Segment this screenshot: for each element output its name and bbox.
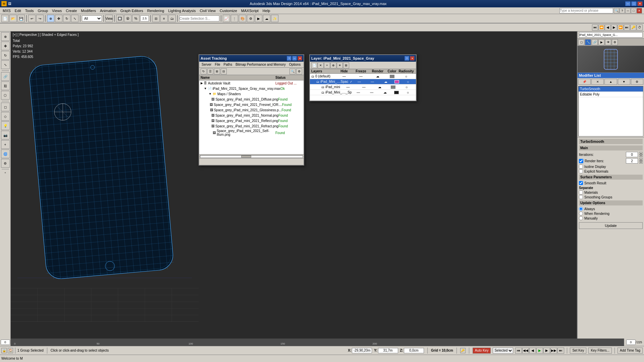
x-input[interactable]: [352, 348, 372, 353]
menu-graph-editors[interactable]: Graph Editors: [118, 8, 145, 13]
at-tb-settings[interactable]: ⚙: [296, 68, 302, 74]
ts-title[interactable]: TurboSmooth: [579, 139, 643, 144]
at-min-btn[interactable]: ─: [292, 56, 297, 61]
tool-geometry[interactable]: ◻: [1, 103, 10, 111]
ld-help-btn[interactable]: ?: [405, 56, 409, 61]
ts-isoline-check[interactable]: [579, 165, 583, 169]
mod-btn-configure[interactable]: ⚙: [631, 79, 643, 85]
scrollbar-thumb[interactable]: [241, 156, 251, 158]
y-input[interactable]: [378, 348, 398, 353]
tb-renderfx[interactable]: ✨: [271, 15, 278, 22]
at-tb-search[interactable]: 🔍: [289, 68, 296, 74]
asset-maxfile[interactable]: ▼ 📄 iPad_Mini_2021_Space_Gray_max_vray.m…: [199, 86, 304, 91]
ld-tb-highlight[interactable]: ☀: [337, 62, 343, 68]
tool-camera[interactable]: 📷: [1, 131, 10, 139]
tb-anim-prev-key[interactable]: ⏪: [598, 24, 604, 31]
ts-explicit-check[interactable]: [579, 169, 583, 173]
info-btn[interactable]: ?: [620, 8, 625, 13]
tb-render-setup[interactable]: ⚙: [247, 15, 254, 22]
asset-maps-folder[interactable]: ▼ 📁 Maps / Shaders: [199, 91, 304, 97]
menu-modifiers[interactable]: Modifiers: [79, 8, 98, 13]
menu-maxscript[interactable]: MAXScript: [239, 8, 261, 13]
ld-tb-select[interactable]: ⊕: [330, 62, 336, 68]
at-help-btn[interactable]: ?: [287, 56, 291, 61]
auto-key-btn[interactable]: Auto Key: [473, 348, 491, 354]
anim-btn-prev-key[interactable]: ◀: [529, 348, 536, 354]
tb-select[interactable]: ⊕: [47, 15, 54, 22]
tb-layer[interactable]: 🗂: [168, 15, 176, 22]
ts-update-options[interactable]: Update Options: [579, 200, 643, 205]
mod-btn-up[interactable]: ▲: [604, 79, 617, 85]
tb-percent-snap[interactable]: %: [132, 15, 140, 22]
anim-btn-prev-frame[interactable]: ◀◀: [522, 348, 529, 354]
win-min-btn2[interactable]: ─: [625, 8, 631, 13]
tb-material[interactable]: 🎨: [239, 15, 246, 22]
at-menu-server[interactable]: Server: [200, 62, 213, 67]
at-menu-paths[interactable]: Paths: [222, 62, 234, 67]
key-icon[interactable]: 🔑: [460, 348, 466, 353]
at-tb-list[interactable]: ☰: [207, 68, 213, 74]
menu-tools[interactable]: Tools: [23, 8, 36, 13]
layer-color-ipadsp[interactable]: [392, 91, 401, 94]
ts-smooth-result-check[interactable]: [579, 181, 583, 185]
anim-btn-start[interactable]: ⏮: [515, 348, 522, 354]
tool-systems[interactable]: ⚙: [1, 159, 10, 168]
menu-group[interactable]: Group: [36, 8, 50, 13]
rp-tab-display[interactable]: 👁: [605, 39, 611, 45]
ts-update-btn[interactable]: Update: [579, 222, 643, 229]
asset-fresnel[interactable]: 🖼 Space_grey_iPad_mini_2021_Fresnel_IOR.…: [199, 102, 304, 107]
at-tb-table[interactable]: ⊟: [221, 68, 227, 74]
scrollbar-track[interactable]: [200, 155, 303, 158]
ld-tb-add[interactable]: +: [324, 62, 330, 68]
layer-color-default[interactable]: [386, 75, 398, 78]
at-menu-options[interactable]: Options: [287, 62, 302, 67]
search-btn[interactable]: 🔍: [614, 8, 619, 13]
search-input[interactable]: [559, 8, 613, 13]
ts-iterations-down[interactable]: ▼: [639, 155, 643, 157]
at-menu-bitmap[interactable]: Bitmap Performance and Memory: [234, 62, 287, 67]
status-scene-icon[interactable]: 🏠: [8, 348, 13, 353]
tb-anim-play[interactable]: ▶: [611, 24, 617, 31]
tb-save[interactable]: 💾: [17, 15, 25, 22]
frame-end-input[interactable]: [626, 340, 636, 345]
tb-envfx[interactable]: ☁: [263, 15, 270, 22]
tool-spacewarps[interactable]: 🌀: [1, 149, 10, 158]
modifier-list-area[interactable]: TurboSmooth Editable Poly: [578, 86, 643, 136]
tool-unlink[interactable]: ⛓: [1, 81, 10, 90]
tool-shapes[interactable]: ◇: [1, 112, 10, 121]
asset-refract[interactable]: 🖼 Space_grey_iPad_mini_2021_Refract.png …: [199, 123, 304, 129]
tb-view-select[interactable]: View: [105, 15, 113, 22]
tb-angle-snap[interactable]: ⦿: [124, 15, 131, 22]
mod-btn-down[interactable]: ▼: [618, 79, 630, 85]
tb-scale[interactable]: ⤡: [71, 15, 78, 22]
tb-mirror[interactable]: ⊟: [152, 15, 160, 22]
mod-btn-delete[interactable]: ✕: [591, 79, 604, 85]
menu-lighting-analysis[interactable]: Lighting Analysis: [166, 8, 198, 13]
selection-mode-select[interactable]: Selected: [493, 348, 513, 354]
menu-create[interactable]: Create: [64, 8, 79, 13]
tb-curve-editor[interactable]: 📈: [223, 15, 230, 22]
tool-lights[interactable]: 💡: [1, 121, 10, 130]
ts-render-iters-up[interactable]: ▲: [639, 158, 643, 161]
asset-selfillum[interactable]: 🖼 Space_grey_iPad_mini_2021_Self-Illum.p…: [199, 129, 304, 137]
modifier-editablepoly[interactable]: Editable Poly: [579, 92, 643, 97]
ld-tb-funnel[interactable]: ⊞: [343, 62, 349, 68]
rp-tab-create[interactable]: ◻: [578, 39, 584, 45]
tb-move[interactable]: ✤: [55, 15, 62, 22]
anim-btn-play[interactable]: ▶: [536, 348, 543, 354]
select-filter[interactable]: All: [82, 15, 102, 21]
menu-rendering[interactable]: Rendering: [145, 8, 166, 13]
tool-select[interactable]: ⊕: [1, 32, 10, 41]
anim-btn-next-key[interactable]: ▶: [543, 348, 550, 354]
ld-tb-delete[interactable]: ✕: [318, 62, 324, 68]
asset-glossiness[interactable]: 🖼 Space_grey_iPad_mini_2021_Glossiness.p…: [199, 107, 304, 113]
ts-iterations-up[interactable]: ▲: [639, 152, 643, 155]
menu-civil-view[interactable]: Civil View: [198, 8, 217, 13]
win-close-btn2[interactable]: ✕: [637, 8, 642, 13]
asset-tree[interactable]: ▶ 🗄 Autodesk Vault Logged Out ... ▼ 📄 iP…: [199, 80, 304, 154]
rp-tab-utils[interactable]: ⚙: [612, 39, 618, 45]
obj-name-input[interactable]: [579, 32, 643, 38]
tb-anim-play-back[interactable]: ◀: [605, 24, 611, 31]
menu-mxs[interactable]: MXS: [1, 8, 13, 13]
tb-anim-end[interactable]: ⏭: [624, 24, 630, 31]
